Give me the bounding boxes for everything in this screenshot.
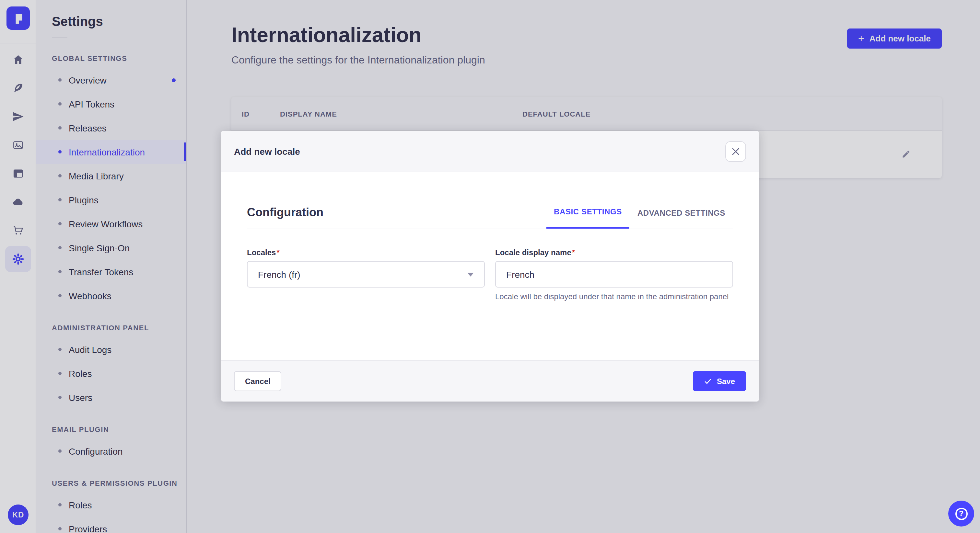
- close-button[interactable]: [725, 141, 746, 162]
- chevron-down-icon: [467, 272, 474, 276]
- display-name-field: Locale display name* Locale will be disp…: [495, 247, 733, 303]
- modal-header: Add new locale: [221, 131, 759, 172]
- modal-title: Add new locale: [234, 146, 300, 156]
- add-locale-modal: Add new locale Configuration BASIC SETTI…: [221, 131, 759, 401]
- form-fields: Locales* French (fr) Locale display name…: [247, 247, 733, 303]
- question-mark-icon: ?: [955, 508, 967, 520]
- app-screen: KD Settings GLOBAL SETTINGS Overview API…: [0, 0, 980, 533]
- required-asterisk: *: [277, 248, 279, 257]
- modal-body: Configuration BASIC SETTINGS ADVANCED SE…: [221, 172, 759, 360]
- locales-select[interactable]: French (fr): [247, 261, 485, 287]
- configuration-title: Configuration: [247, 206, 323, 219]
- tab-advanced-settings[interactable]: ADVANCED SETTINGS: [630, 197, 733, 228]
- required-asterisk: *: [572, 248, 575, 257]
- close-icon: [732, 148, 740, 155]
- help-button[interactable]: ?: [948, 501, 974, 527]
- modal-footer: Cancel Save: [221, 360, 759, 401]
- locales-select-value: French (fr): [258, 269, 301, 279]
- tab-basic-settings[interactable]: BASIC SETTINGS: [546, 197, 630, 228]
- cancel-button[interactable]: Cancel: [234, 371, 282, 391]
- check-icon: [704, 377, 712, 385]
- display-name-input[interactable]: [495, 261, 733, 287]
- display-name-label: Locale display name*: [495, 247, 733, 258]
- locales-field: Locales* French (fr): [247, 247, 485, 303]
- settings-tabs: BASIC SETTINGS ADVANCED SETTINGS: [546, 197, 733, 228]
- save-button[interactable]: Save: [693, 371, 746, 391]
- locales-label: Locales*: [247, 247, 485, 258]
- configuration-header-row: Configuration BASIC SETTINGS ADVANCED SE…: [247, 188, 733, 229]
- display-name-hint: Locale will be displayed under that name…: [495, 292, 733, 303]
